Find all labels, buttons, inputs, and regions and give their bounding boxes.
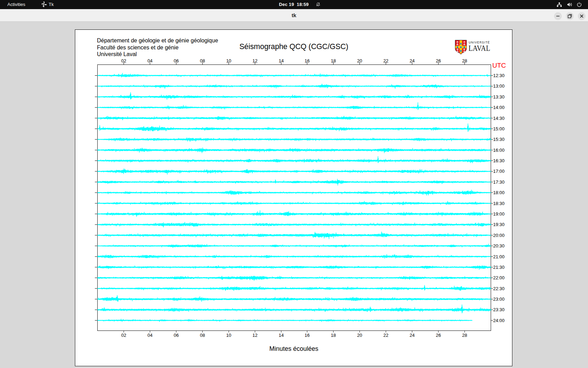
svg-text:24: 24	[410, 58, 414, 63]
svg-text:16: 16	[304, 58, 309, 63]
svg-text:18: 18	[331, 333, 336, 338]
svg-text:UTC: UTC	[492, 62, 506, 69]
svg-text:18: 18	[331, 58, 336, 63]
svg-text:10: 10	[226, 58, 231, 63]
svg-text:08: 08	[200, 58, 205, 63]
svg-text:18:00: 18:00	[493, 190, 505, 195]
svg-text:02: 02	[121, 58, 126, 63]
svg-text:Faculté des sciences et de gén: Faculté des sciences et de génie	[97, 45, 178, 50]
svg-text:22: 22	[383, 333, 388, 338]
svg-text:19:00: 19:00	[493, 211, 505, 217]
svg-text:10: 10	[226, 333, 231, 338]
svg-text:Département de géologie et de: Département de géologie et de génie géol…	[97, 38, 218, 43]
svg-text:24:00: 24:00	[493, 318, 505, 323]
svg-text:13:00: 13:00	[493, 83, 505, 89]
svg-text:Séismographe QCQ (CGC/GSC): Séismographe QCQ (CGC/GSC)	[239, 42, 348, 51]
svg-text:17:00: 17:00	[493, 169, 505, 174]
svg-text:17:30: 17:30	[493, 179, 505, 185]
svg-text:19:30: 19:30	[493, 222, 505, 227]
svg-text:14: 14	[279, 333, 284, 338]
svg-text:22: 22	[383, 58, 388, 63]
svg-text:15:30: 15:30	[493, 137, 505, 142]
svg-text:12: 12	[252, 58, 257, 63]
svg-text:28: 28	[462, 58, 467, 63]
svg-text:13:30: 13:30	[493, 94, 505, 100]
svg-text:14:30: 14:30	[493, 116, 505, 121]
svg-text:16:30: 16:30	[493, 158, 505, 163]
svg-text:Minutes écoulées: Minutes écoulées	[269, 345, 318, 352]
svg-text:20: 20	[357, 333, 362, 338]
svg-text:16:00: 16:00	[493, 148, 505, 153]
svg-text:06: 06	[174, 58, 178, 63]
svg-text:20:30: 20:30	[493, 243, 505, 248]
svg-text:24: 24	[410, 333, 414, 338]
svg-text:08: 08	[200, 333, 205, 338]
svg-text:26: 26	[436, 58, 441, 63]
svg-text:23:30: 23:30	[493, 307, 505, 312]
svg-text:16: 16	[304, 333, 309, 338]
svg-text:12: 12	[252, 333, 257, 338]
svg-text:12:30: 12:30	[493, 73, 505, 78]
svg-text:28: 28	[462, 333, 467, 338]
svg-text:14:00: 14:00	[493, 105, 505, 110]
svg-text:14: 14	[279, 58, 284, 63]
svg-text:20: 20	[357, 58, 362, 63]
svg-text:LAVAL: LAVAL	[469, 43, 490, 53]
svg-text:23:00: 23:00	[493, 297, 505, 302]
svg-text:15:00: 15:00	[493, 126, 505, 131]
svg-text:02: 02	[121, 333, 126, 338]
svg-text:20:00: 20:00	[493, 233, 505, 238]
svg-text:04: 04	[147, 333, 152, 338]
svg-text:Université Laval: Université Laval	[97, 51, 137, 57]
svg-text:21:30: 21:30	[493, 265, 505, 270]
svg-text:22:30: 22:30	[493, 286, 505, 291]
svg-text:18:30: 18:30	[493, 201, 505, 206]
svg-text:06: 06	[174, 333, 178, 338]
svg-text:04: 04	[147, 58, 152, 63]
svg-text:22:00: 22:00	[493, 275, 505, 280]
svg-text:21:00: 21:00	[493, 254, 505, 259]
svg-text:26: 26	[436, 333, 441, 338]
